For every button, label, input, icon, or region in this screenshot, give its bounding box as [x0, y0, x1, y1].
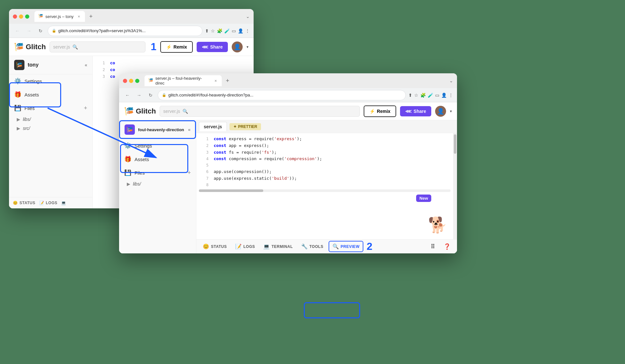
- profile-icon-back[interactable]: 👤: [238, 28, 243, 33]
- reload-button-front[interactable]: ↻: [146, 91, 155, 100]
- terminal-label-front: TERMINAL: [272, 244, 293, 249]
- address-bar-back[interactable]: 🔒 glitch.com/edit/#!/tony?path=server.js…: [48, 26, 202, 36]
- bookmark-icon-back[interactable]: ☆: [211, 28, 215, 33]
- terminal-btn-back[interactable]: 💻: [61, 201, 66, 205]
- glitch-logo-front[interactable]: 🎏 Glitch: [124, 107, 156, 116]
- forward-button-front[interactable]: →: [135, 91, 144, 100]
- logs-label-back: LOGS: [46, 201, 57, 205]
- traffic-lights-back: [13, 14, 29, 19]
- prettier-button[interactable]: ✦ PRETTIER: [229, 123, 261, 130]
- user-avatar-back[interactable]: 👤: [232, 41, 243, 52]
- sidebar-icon-back[interactable]: ▭: [232, 28, 236, 33]
- traffic-light-red-front[interactable]: [123, 79, 127, 83]
- search-icon-front: 🔍: [182, 109, 188, 114]
- tree-src-back[interactable]: ▶ src/: [9, 124, 92, 133]
- sidebar-item-settings-front[interactable]: ⚙️ Settings: [119, 139, 196, 152]
- settings-icon-front: ⚙️: [124, 142, 131, 149]
- tab-chevron-front[interactable]: ⌄: [449, 78, 453, 83]
- extensions-icon-back[interactable]: 🧩: [217, 28, 222, 33]
- remix-label-front: Remix: [377, 109, 390, 114]
- code-line-3: 3 const fs = require( 'fs' );: [196, 149, 453, 156]
- avatar-chevron-back[interactable]: ▾: [247, 45, 248, 49]
- sidebar-footer-back: 😊 STATUS 📝 LOGS 💻: [9, 197, 92, 208]
- editor-tabs-front: server.js ✦ PRETTIER: [196, 120, 457, 133]
- traffic-light-yellow[interactable]: [19, 14, 23, 19]
- menu-icon-front[interactable]: ⋮: [449, 93, 453, 98]
- files-add-back[interactable]: +: [84, 105, 87, 112]
- search-placeholder-front: server.js: [163, 109, 180, 114]
- help-btn-front[interactable]: ❓: [440, 241, 454, 252]
- logs-btn-front[interactable]: 📝 LOGS: [232, 241, 258, 251]
- sidebar-item-files-back[interactable]: 💾 Files +: [9, 101, 92, 115]
- assets-icon-back: 🎁: [14, 91, 21, 98]
- status-btn-back[interactable]: 😊 STATUS: [13, 201, 35, 205]
- code-line-4: 4 const compression = require( 'compress…: [196, 156, 453, 162]
- remix-label-back: Remix: [173, 44, 187, 50]
- files-icon-back: 💾: [14, 105, 21, 112]
- traffic-light-yellow-front[interactable]: [129, 79, 133, 83]
- glitch-search-front[interactable]: server.js 🔍: [160, 106, 360, 117]
- files-icon-front: 💾: [124, 169, 131, 176]
- share-button-front[interactable]: ⋘ Share: [400, 106, 431, 116]
- status-btn-front[interactable]: 😊 STATUS: [200, 241, 230, 251]
- sidebar-project-back: 🎏 tony «: [9, 56, 92, 74]
- active-tab-front[interactable]: 🎏 server.js – foul-heavenly-direc ✕: [145, 75, 222, 86]
- share-icon-glyph-front: ⋘: [405, 109, 412, 114]
- files-add-front[interactable]: +: [187, 169, 191, 176]
- preview-label-front: PREVIEW: [340, 244, 359, 249]
- sidebar-item-assets-front[interactable]: 🎁 Assets: [119, 152, 196, 166]
- glitch-search-back[interactable]: server.js 🔍: [50, 41, 145, 52]
- extensions-icon-front[interactable]: 🧩: [420, 93, 426, 98]
- address-text-back: glitch.com/edit/#!/tony?path=server.js%3…: [58, 28, 198, 33]
- tree-libs-back[interactable]: ▶ libs/: [9, 115, 92, 124]
- settings-label-back: Settings: [24, 78, 42, 84]
- chrome-icons-front: ⬆ ☆ 🧩 🧪 ▭ 👤 ⋮: [408, 93, 453, 98]
- back-button-front[interactable]: ←: [123, 91, 132, 100]
- reload-button-back[interactable]: ↻: [36, 26, 45, 35]
- active-tab-back[interactable]: 🎏 server.js – tony ✕: [34, 11, 85, 22]
- sidebar-collapse-front[interactable]: «: [188, 127, 191, 132]
- address-bar-front[interactable]: 🔒 glitch.com/edit/#!/foul-heavenly-direc…: [158, 90, 406, 100]
- profile-icon-front[interactable]: 👤: [441, 93, 447, 98]
- traffic-light-green-front[interactable]: [135, 79, 139, 83]
- lab-icon-front[interactable]: 🧪: [428, 93, 433, 98]
- lab-icon-back[interactable]: 🧪: [224, 28, 230, 33]
- new-tab-button-front[interactable]: +: [223, 76, 232, 85]
- forward-button-back[interactable]: →: [24, 26, 33, 35]
- traffic-light-red[interactable]: [13, 14, 17, 19]
- traffic-light-green[interactable]: [25, 14, 29, 19]
- share-icon-back[interactable]: ⬆: [205, 28, 209, 33]
- bookmark-icon-front[interactable]: ☆: [414, 93, 418, 98]
- grid-btn-front[interactable]: ⠿: [427, 241, 438, 252]
- preview-btn-front[interactable]: 🔍 PREVIEW: [329, 241, 363, 252]
- vertical-scrollbar-front[interactable]: [453, 133, 457, 239]
- code-content-front: 1 const express = require( 'express' ); …: [196, 133, 453, 239]
- tree-libs-front[interactable]: ▶ libs/: [119, 179, 196, 188]
- user-avatar-front[interactable]: 👤: [435, 106, 446, 117]
- editor-scrollbar-front[interactable]: [199, 189, 451, 192]
- sidebar-item-files-front[interactable]: 💾 Files +: [119, 166, 196, 179]
- back-button-back[interactable]: ←: [13, 26, 22, 35]
- remix-button-back[interactable]: ⚡ Remix: [160, 41, 193, 53]
- glitch-logo-back[interactable]: 🎏 Glitch: [14, 42, 46, 51]
- editor-tab-serverjs[interactable]: server.js: [199, 122, 227, 131]
- menu-icon-back[interactable]: ⋮: [245, 28, 250, 33]
- share-label-front: Share: [414, 109, 426, 114]
- code-line-2-back: 2 co: [93, 67, 254, 73]
- annotation-number-2: 2: [367, 241, 372, 252]
- tab-close-front[interactable]: ✕: [213, 78, 218, 83]
- tab-chevron-back[interactable]: ⌄: [246, 14, 250, 19]
- remix-button-front[interactable]: ⚡ Remix: [364, 105, 396, 117]
- share-button-back[interactable]: ⋘ Share: [197, 42, 228, 52]
- sidebar-item-settings-back[interactable]: ⚙️ Settings: [9, 74, 92, 88]
- share-icon-front[interactable]: ⬆: [408, 93, 412, 98]
- sidebar-item-assets-back[interactable]: 🎁 Assets: [9, 88, 92, 101]
- sidebar-icon-front[interactable]: ▭: [435, 93, 439, 98]
- avatar-chevron-front[interactable]: ▾: [450, 109, 452, 114]
- terminal-btn-front[interactable]: 💻 TERMINAL: [260, 241, 296, 251]
- new-tab-button-back[interactable]: +: [86, 12, 95, 21]
- logs-btn-back[interactable]: 📝 LOGS: [39, 201, 58, 205]
- tab-close-back[interactable]: ✕: [77, 14, 81, 19]
- sidebar-collapse-back[interactable]: «: [85, 62, 87, 68]
- tools-btn-front[interactable]: 🔧 TOOLS: [298, 241, 327, 251]
